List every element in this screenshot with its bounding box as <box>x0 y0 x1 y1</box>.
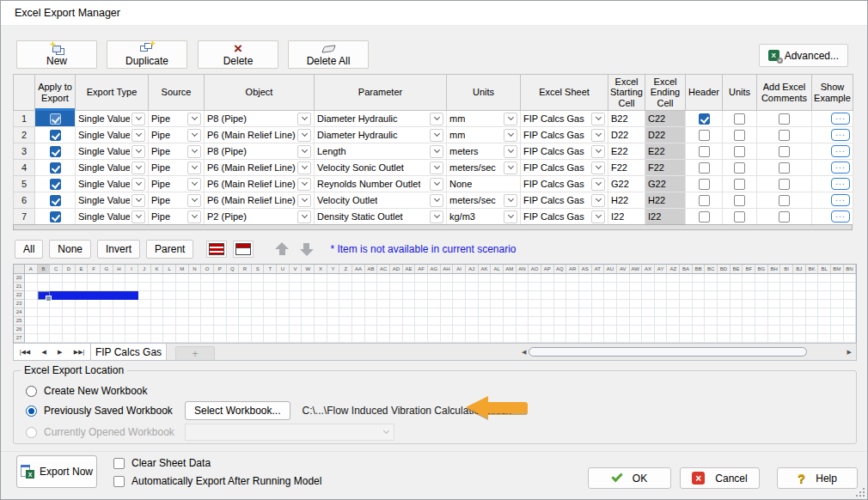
units-flag-cell[interactable] <box>723 209 757 225</box>
grid-cell[interactable] <box>352 274 365 283</box>
excel-sheet-dropdown[interactable]: FIP Calcs Gas <box>523 127 605 143</box>
grid-cell[interactable] <box>163 291 176 300</box>
grid-cell[interactable] <box>566 308 579 317</box>
grid-cell[interactable] <box>831 274 844 283</box>
grid-cell[interactable] <box>88 291 101 300</box>
grid-cell[interactable] <box>252 274 265 283</box>
add-excel-comments-checkbox[interactable] <box>779 179 790 190</box>
grid-cell[interactable] <box>529 308 541 317</box>
grid-cell[interactable] <box>403 283 416 291</box>
select-invert-button[interactable]: Invert <box>97 240 140 259</box>
grid-cell[interactable] <box>76 308 89 317</box>
grid-cell[interactable] <box>390 308 403 317</box>
grid-cell[interactable] <box>163 283 176 291</box>
grid-cell[interactable] <box>163 317 176 326</box>
grid-cell[interactable] <box>63 274 76 283</box>
grid-cell[interactable] <box>667 291 680 300</box>
excel-sheet-dropdown[interactable]: FIP Calcs Gas <box>523 160 605 175</box>
grid-cell[interactable] <box>125 291 138 300</box>
grid-cell[interactable] <box>680 308 693 317</box>
grid-cell[interactable] <box>705 291 718 300</box>
object-cell[interactable]: P2 (Pipe) <box>205 209 315 225</box>
header-checkbox[interactable] <box>699 130 710 141</box>
grid-cell[interactable] <box>176 274 189 283</box>
export-type-dropdown[interactable]: Single Value <box>78 192 145 208</box>
grid-cell[interactable] <box>176 326 189 334</box>
grid-cell[interactable] <box>25 317 38 326</box>
grid-cell[interactable] <box>466 326 479 334</box>
grid-cell[interactable] <box>743 291 755 300</box>
dropdown-arrow-icon[interactable] <box>131 113 145 125</box>
show-header-rows-button[interactable] <box>233 241 254 258</box>
grid-cell[interactable] <box>617 291 630 300</box>
grid-cell[interactable] <box>453 300 466 308</box>
grid-cell[interactable] <box>768 334 781 343</box>
grid-cell[interactable] <box>453 317 466 326</box>
grid-cell[interactable] <box>743 326 755 334</box>
export-type-dropdown[interactable]: Single Value <box>78 160 145 175</box>
grid-cell[interactable] <box>491 317 504 326</box>
delete-all-button[interactable]: Delete All <box>288 40 369 69</box>
grid-cell[interactable] <box>390 300 403 308</box>
grid-cell[interactable] <box>138 326 151 334</box>
currently-opened-workbook-radio[interactable] <box>26 427 37 438</box>
dropdown-arrow-icon[interactable] <box>131 178 145 191</box>
grid-cell[interactable] <box>693 291 706 300</box>
grid-cell[interactable] <box>793 274 806 283</box>
apply-to-export-checkbox[interactable] <box>50 211 61 223</box>
export-type-cell[interactable]: Single Value <box>76 209 149 225</box>
grid-cell[interactable] <box>693 274 706 283</box>
grid-cell[interactable] <box>88 300 101 308</box>
export-type-dropdown[interactable]: Single Value <box>78 209 145 224</box>
grid-cell[interactable] <box>818 334 831 343</box>
grid-cell[interactable] <box>125 308 138 317</box>
grid-cell[interactable] <box>667 300 680 308</box>
grid-cell[interactable] <box>441 300 454 308</box>
units-flag-cell[interactable] <box>723 111 757 127</box>
grid-cell[interactable] <box>793 334 806 343</box>
grid-cell[interactable] <box>479 291 492 300</box>
grid-cell[interactable] <box>315 317 327 326</box>
clear-sheet-data-checkbox[interactable] <box>113 458 125 469</box>
grid-cell[interactable] <box>214 283 227 291</box>
grid-cell[interactable] <box>327 334 340 343</box>
grid-cell[interactable] <box>554 326 567 334</box>
grid-cell[interactable] <box>138 317 151 326</box>
grid-cell[interactable] <box>453 283 466 291</box>
grid-cell[interactable] <box>327 283 340 291</box>
preview-horizontal-scrollbar[interactable]: ◀ ▶ <box>517 344 856 360</box>
grid-cell[interactable] <box>818 300 831 308</box>
grid-cell[interactable] <box>25 334 38 343</box>
grid-cell[interactable] <box>831 334 844 343</box>
grid-cell[interactable] <box>339 334 352 343</box>
header-checkbox[interactable] <box>699 195 710 206</box>
grid-cell[interactable] <box>227 274 240 283</box>
grid-cell[interactable] <box>227 300 240 308</box>
previously-saved-workbook-radio[interactable] <box>26 405 37 417</box>
grid-cell[interactable] <box>818 317 831 326</box>
grid-cell[interactable] <box>592 326 605 334</box>
grid-cell[interactable] <box>529 291 541 300</box>
grid-cell[interactable] <box>466 334 479 343</box>
grid-cell[interactable] <box>705 283 718 291</box>
excel-starting-cell[interactable]: D22 <box>608 127 645 143</box>
grid-cell[interactable] <box>617 308 630 317</box>
grid-cell[interactable] <box>352 308 365 317</box>
grid-cell[interactable] <box>403 334 416 343</box>
dropdown-arrow-icon[interactable] <box>504 162 517 174</box>
grid-cell[interactable] <box>541 274 554 283</box>
grid-cell[interactable] <box>201 326 214 334</box>
grid-cell[interactable] <box>818 291 831 300</box>
sheet-nav-buttons[interactable]: |◀◀ ◀ ▶ ▶▶| <box>14 344 91 360</box>
dropdown-arrow-icon[interactable] <box>131 194 145 207</box>
grid-cell[interactable] <box>504 317 517 326</box>
scrollbar-thumb[interactable] <box>529 347 806 357</box>
excel-sheet-dropdown[interactable]: FIP Calcs Gas <box>523 143 605 159</box>
grid-cell[interactable] <box>592 300 605 308</box>
grid-cell[interactable] <box>239 308 252 317</box>
header-checkbox[interactable] <box>699 113 710 125</box>
select-workbook-button[interactable]: Select Workbook... <box>185 401 290 420</box>
add-sheet-button[interactable]: + <box>175 346 215 360</box>
excel-sheet-dropdown[interactable]: FIP Calcs Gas <box>523 111 605 126</box>
grid-cell[interactable] <box>25 300 38 308</box>
